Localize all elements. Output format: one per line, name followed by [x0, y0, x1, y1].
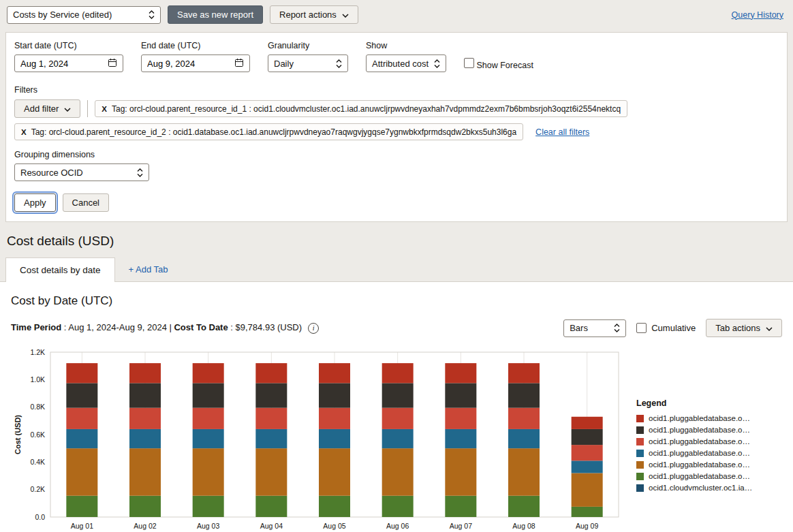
x-tick-label: Aug 05 — [323, 522, 345, 530]
cancel-button[interactable]: Cancel — [63, 193, 109, 212]
bar-segment[interactable] — [572, 445, 603, 460]
grouping-dimensions-select[interactable]: Resource OCID — [14, 163, 149, 181]
report-select[interactable]: Costs by Service (edited) — [7, 6, 161, 24]
query-history-link[interactable]: Query History — [732, 10, 783, 20]
add-filter-button[interactable]: Add filter — [14, 99, 80, 118]
start-date-value[interactable] — [20, 59, 97, 69]
tab-cost-details-by-date[interactable]: Cost details by date — [5, 257, 115, 282]
select-caret-icon — [149, 10, 155, 20]
report-actions-button[interactable]: Report actions — [270, 5, 358, 24]
bar-segment[interactable] — [129, 448, 161, 496]
bar-segment[interactable] — [572, 473, 603, 506]
bar-segment[interactable] — [319, 383, 350, 407]
filters-label: Filters — [14, 85, 779, 95]
bar-segment[interactable] — [255, 496, 287, 517]
bar-segment[interactable] — [572, 507, 603, 517]
bar-segment[interactable] — [193, 429, 224, 448]
add-tab-button[interactable]: + Add Tab — [115, 257, 182, 281]
start-date-input[interactable] — [14, 54, 123, 72]
show-forecast-checkbox-row[interactable]: Show Forecast — [464, 58, 533, 70]
bar-segment[interactable] — [445, 363, 476, 383]
bar-segment[interactable] — [319, 408, 350, 429]
bar-segment[interactable] — [129, 383, 161, 407]
bar-segment[interactable] — [255, 448, 287, 496]
bar-segment[interactable] — [572, 429, 603, 445]
calendar-icon[interactable] — [108, 58, 117, 69]
bar-segment[interactable] — [193, 383, 224, 407]
bar-segment[interactable] — [319, 429, 350, 448]
show-select[interactable]: Attributed cost — [366, 54, 446, 72]
legend-item[interactable]: ocid1.pluggabledatabase.o… — [636, 472, 768, 480]
bar-segment[interactable] — [382, 496, 414, 517]
bar-segment[interactable] — [382, 408, 414, 429]
bar-segment[interactable] — [66, 383, 97, 407]
legend-item[interactable]: ocid1.pluggabledatabase.o… — [636, 449, 768, 457]
show-value: Attributed cost — [372, 59, 429, 69]
bar-segment[interactable] — [129, 429, 161, 448]
cumulative-checkbox[interactable] — [636, 323, 647, 333]
granularity-select[interactable]: Daily — [268, 54, 348, 72]
bar-segment[interactable] — [382, 363, 414, 383]
bar-segment[interactable] — [382, 448, 414, 496]
bar-segment[interactable] — [508, 383, 540, 407]
legend-item[interactable]: ocid1.pluggabledatabase.o… — [636, 437, 768, 445]
bar-segment[interactable] — [319, 363, 350, 383]
legend-item[interactable]: ocid1.pluggabledatabase.o… — [636, 460, 768, 469]
close-icon[interactable]: X — [102, 105, 107, 113]
save-as-new-report-button[interactable]: Save as new report — [168, 5, 263, 24]
dropdown-caret-icon — [342, 10, 349, 20]
bar-segment[interactable] — [508, 429, 540, 448]
show-forecast-checkbox[interactable] — [464, 58, 474, 68]
bar-segment[interactable] — [66, 363, 97, 383]
bar-segment[interactable] — [508, 363, 540, 383]
bar-segment[interactable] — [66, 408, 97, 429]
bar-segment[interactable] — [445, 429, 476, 448]
info-icon[interactable]: i — [308, 323, 319, 334]
bar-segment[interactable] — [66, 429, 97, 448]
close-icon[interactable]: X — [21, 128, 27, 136]
bar-segment[interactable] — [508, 408, 540, 429]
bar-segment[interactable] — [445, 448, 476, 496]
grouping-dimensions-value: Resource OCID — [20, 168, 83, 178]
bar-segment[interactable] — [255, 383, 287, 407]
end-date-label: End date (UTC) — [141, 41, 250, 50]
clear-all-filters-link[interactable]: Clear all filters — [535, 127, 589, 137]
end-date-value[interactable] — [147, 59, 223, 69]
bar-segment[interactable] — [193, 363, 224, 383]
bar-segment[interactable] — [508, 496, 540, 517]
bar-segment[interactable] — [572, 460, 603, 473]
calendar-icon[interactable] — [234, 58, 244, 69]
apply-button[interactable]: Apply — [14, 193, 56, 212]
chart-type-select[interactable]: Bars — [563, 319, 626, 337]
bar-segment[interactable] — [66, 496, 97, 517]
bar-segment[interactable] — [508, 448, 540, 496]
bar-segment[interactable] — [445, 408, 476, 429]
bar-segment[interactable] — [255, 363, 287, 383]
end-date-input[interactable] — [141, 54, 250, 72]
bar-segment[interactable] — [193, 496, 224, 517]
bar-segment[interactable] — [572, 417, 603, 429]
bar-segment[interactable] — [66, 448, 97, 496]
bar-segment[interactable] — [255, 429, 287, 448]
bar-segment[interactable] — [445, 383, 476, 407]
legend-item[interactable]: ocid1.pluggabledatabase.o… — [636, 414, 768, 422]
legend-item[interactable]: ocid1.cloudvmcluster.oc1.ia… — [636, 484, 768, 492]
bar-segment[interactable] — [319, 448, 350, 496]
tab-actions-button[interactable]: Tab actions — [706, 319, 782, 337]
bar-segment[interactable] — [255, 408, 287, 429]
bar-segment[interactable] — [129, 496, 161, 517]
bar-segment[interactable] — [382, 383, 414, 407]
bar-segment[interactable] — [129, 408, 161, 429]
bar-segment[interactable] — [319, 496, 350, 517]
bar-segment[interactable] — [193, 408, 224, 429]
time-period-summary: Time Period : Aug 1, 2024-Aug 9, 2024 | … — [11, 322, 319, 334]
cost-to-date-value: : $9,784.93 (USD) — [228, 322, 302, 332]
bar-segment[interactable] — [382, 429, 414, 448]
y-tick-label: 0.0 — [35, 513, 45, 521]
cumulative-checkbox-row[interactable]: Cumulative — [636, 323, 696, 333]
legend-item[interactable]: ocid1.pluggabledatabase.o… — [636, 426, 768, 434]
bar-segment[interactable] — [445, 496, 476, 517]
bar-segment[interactable] — [193, 448, 224, 496]
bar-segment[interactable] — [129, 363, 161, 383]
chart-legend: Legend ocid1.pluggabledatabase.o…ocid1.p… — [625, 398, 768, 495]
